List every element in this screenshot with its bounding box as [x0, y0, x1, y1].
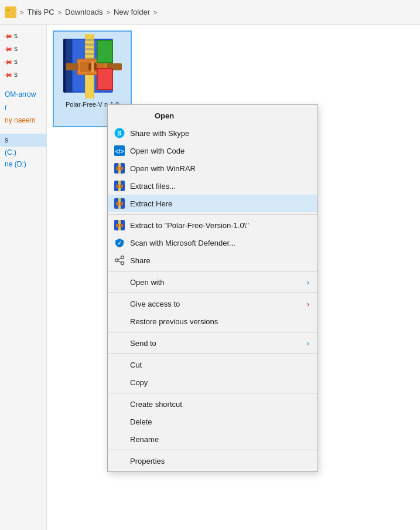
sidebar-label-1: s	[14, 32, 18, 40]
delete-icon	[114, 416, 125, 427]
sidebar-item-3[interactable]: 📌 s	[0, 55, 46, 68]
sidebar-item-4[interactable]: 📌 s	[0, 68, 46, 81]
menu-open-winrar[interactable]: Open with WinRAR	[108, 159, 317, 177]
menu-cut-label: Cut	[130, 361, 309, 369]
menu-vscode-label: Open with Code	[130, 147, 309, 155]
menu-properties[interactable]: Properties	[108, 452, 317, 470]
sidebar-label-nynaeem: ny naeem	[5, 116, 36, 124]
extract-to-icon	[114, 219, 125, 231]
sep2: >	[58, 9, 62, 16]
pin-icon-3: 📌	[4, 57, 13, 66]
menu-extract-here[interactable]: Extract Here	[108, 195, 317, 212]
open-with-icon	[114, 276, 125, 288]
svg-point-46	[121, 256, 124, 259]
menu-extract-here-label: Extract Here	[130, 199, 309, 208]
menu-share-skype[interactable]: S Share with Skype	[108, 124, 317, 142]
svg-text:✓: ✓	[117, 240, 122, 246]
menu-rename[interactable]: Rename	[108, 430, 317, 448]
svg-rect-17	[91, 62, 94, 72]
svg-rect-36	[119, 184, 120, 188]
sidebar-section-drives: s (C:) ne (D:)	[0, 134, 46, 170]
menu-cut[interactable]: Cut	[108, 356, 317, 373]
menu-share[interactable]: Share	[108, 252, 317, 269]
sidebar-item-omarrow[interactable]: OM-arrow	[0, 88, 46, 101]
skype-icon: S	[114, 127, 125, 139]
svg-rect-44	[119, 223, 120, 227]
defender-icon: ✓	[114, 237, 125, 249]
sidebar-item-r[interactable]: r	[0, 101, 46, 114]
svg-rect-9	[85, 48, 94, 50]
menu-extract-files[interactable]: Extract files...	[108, 177, 317, 195]
shortcut-icon	[114, 398, 125, 410]
menu-create-shortcut[interactable]: Create shortcut	[108, 395, 317, 413]
breadcrumb-thispc[interactable]: This PC	[27, 8, 54, 16]
sidebar: 📌 s 📌 s 📌 s 📌 s OM-arrow r ny naeem s (C…	[0, 25, 47, 530]
sidebar-item-2[interactable]: 📌 s	[0, 42, 46, 55]
menu-copy-label: Copy	[130, 378, 309, 387]
sidebar-drive-c[interactable]: (C:)	[0, 147, 46, 158]
menu-open-with[interactable]: Open with ›	[108, 273, 317, 291]
breadcrumb-bar: > This PC > Downloads > New folder >	[0, 0, 420, 25]
divider-3	[108, 293, 317, 293]
menu-copy[interactable]: Copy	[108, 373, 317, 391]
svg-rect-32	[119, 167, 120, 171]
menu-give-access[interactable]: Give access to ›	[108, 295, 317, 312]
menu-give-access-label: Give access to	[130, 300, 302, 308]
svg-rect-21	[98, 41, 112, 62]
svg-text:S: S	[117, 130, 121, 137]
send-to-arrow: ›	[307, 339, 309, 348]
divider-6	[108, 393, 317, 393]
sidebar-label-3: s	[14, 57, 18, 66]
svg-rect-23	[98, 69, 112, 89]
context-menu: Open S Share with Skype </> Open with Co…	[107, 104, 318, 472]
sidebar-label-2: s	[14, 45, 18, 53]
sidebar-label-4: s	[14, 70, 18, 79]
svg-rect-1	[6, 9, 10, 11]
sidebar-label-r: r	[5, 103, 7, 111]
pin-icon-2: 📌	[4, 44, 13, 53]
menu-winrar-label: Open with WinRAR	[130, 164, 309, 173]
sidebar-drive-d[interactable]: ne (D:)	[0, 158, 46, 170]
pin-icon-4: 📌	[4, 70, 13, 79]
give-access-arrow: ›	[307, 300, 309, 308]
menu-extract-to-label: Extract to "Polar-Free-Version-1.0\"	[130, 221, 309, 230]
svg-rect-40	[119, 202, 120, 206]
winrar-icon-mini	[114, 162, 125, 174]
menu-open-label: Open	[130, 111, 309, 120]
menu-send-to[interactable]: Send to ›	[108, 334, 317, 352]
sidebar-item-selected[interactable]: s	[0, 134, 46, 147]
svg-point-47	[115, 259, 118, 262]
open-icon	[114, 110, 125, 121]
menu-open[interactable]: Open	[108, 107, 317, 124]
breadcrumb-newfolder[interactable]: New folder	[114, 8, 150, 16]
extract-here-icon	[114, 198, 125, 209]
menu-open-with-label: Open with	[130, 278, 302, 287]
menu-open-vscode[interactable]: </> Open with Code	[108, 142, 317, 159]
menu-extract-files-label: Extract files...	[130, 182, 309, 191]
svg-rect-8	[85, 43, 94, 46]
menu-delete-label: Delete	[130, 417, 309, 426]
copy-icon	[114, 376, 125, 388]
sidebar-section-other: OM-arrow r ny naeem	[0, 88, 46, 127]
sep1: >	[20, 9, 23, 16]
menu-extract-to[interactable]: Extract to "Polar-Free-Version-1.0\"	[108, 216, 317, 234]
rename-icon	[114, 433, 125, 445]
breadcrumb-downloads[interactable]: Downloads	[65, 8, 103, 16]
sidebar-label-selected: s	[5, 136, 8, 144]
menu-restore-versions[interactable]: Restore previous versions	[108, 312, 317, 330]
menu-send-to-label: Send to	[130, 339, 302, 348]
sidebar-item-1[interactable]: 📌 s	[0, 29, 46, 42]
svg-text:</>: </>	[115, 148, 124, 155]
menu-rename-label: Rename	[130, 435, 309, 444]
share-icon	[114, 254, 125, 266]
sidebar-item-nynaeem[interactable]: ny naeem	[0, 114, 46, 127]
cut-icon	[114, 359, 125, 371]
extract-files-icon	[114, 180, 125, 192]
divider-7	[108, 450, 317, 450]
menu-share-label: Share	[130, 256, 309, 265]
menu-delete[interactable]: Delete	[108, 413, 317, 430]
menu-properties-label: Properties	[130, 457, 309, 466]
menu-scan-defender[interactable]: ✓ Scan with Microsoft Defender...	[108, 234, 317, 252]
restore-icon	[114, 315, 125, 327]
svg-rect-7	[85, 39, 94, 41]
